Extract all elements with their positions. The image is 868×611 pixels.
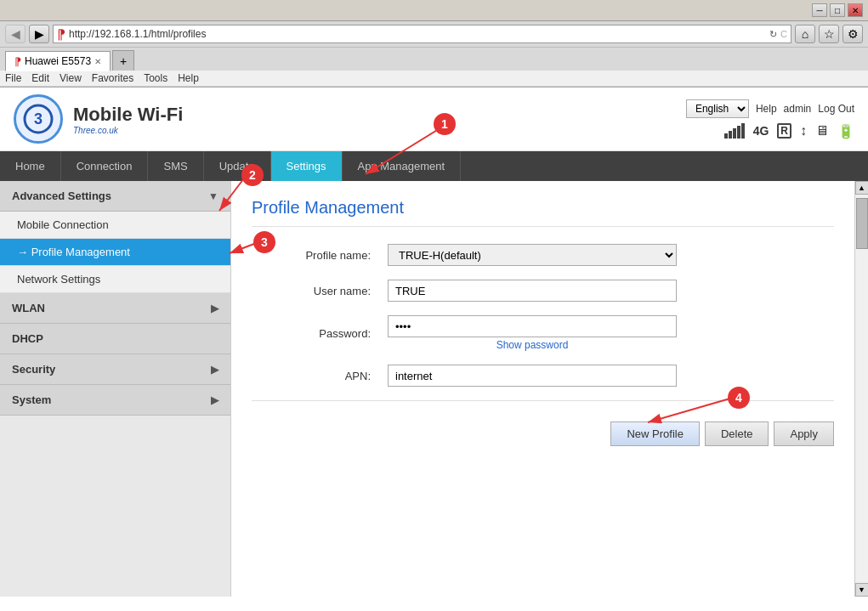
delete-button[interactable]: Delete	[705, 421, 769, 446]
tab-close-icon[interactable]: ✕	[94, 57, 101, 66]
logo: 3	[14, 94, 63, 144]
username-row: User name:	[252, 280, 834, 302]
brand-title: Mobile Wi-Fi	[73, 104, 183, 126]
form-divider	[252, 400, 834, 401]
svg-text:3: 3	[34, 110, 43, 127]
new-tab-button[interactable]: +	[112, 50, 134, 71]
password-row: Password: Show password	[252, 315, 834, 351]
username-label: User name:	[252, 285, 388, 297]
main-content: Advanced Settings ▼ Mobile Connection Pr…	[0, 181, 868, 597]
sidebar-advanced-arrow: ▼	[208, 190, 218, 202]
close-button[interactable]: ✕	[848, 3, 863, 17]
sidebar-section-advanced: Advanced Settings ▼ Mobile Connection Pr…	[0, 181, 230, 293]
tab-favicon: ⁋	[14, 55, 21, 68]
menu-view[interactable]: View	[60, 72, 82, 84]
sidebar-section-wlan: WLAN ▶	[0, 293, 230, 324]
nav-update[interactable]: Update	[204, 151, 271, 181]
nav-connection[interactable]: Connection	[61, 151, 149, 181]
sidebar-dhcp[interactable]: DHCP	[0, 324, 230, 354]
btn-row: New Profile Delete Apply	[252, 415, 834, 453]
menu-favorites[interactable]: Favorites	[92, 72, 133, 84]
apply-button[interactable]: Apply	[774, 421, 834, 446]
minimize-button[interactable]: ─	[812, 3, 827, 17]
address-bar[interactable]: ⁋ http://192.168.1.1/html/profiles ↻ C	[53, 25, 791, 43]
scrollbar[interactable]: ▲ ▼	[854, 181, 868, 597]
username-control	[388, 280, 677, 302]
monitor-icon: 🖥	[815, 123, 829, 139]
show-password-link[interactable]: Show password	[388, 339, 677, 351]
apn-input[interactable]	[388, 365, 677, 387]
forward-button[interactable]: ▶	[29, 25, 49, 43]
sidebar-security[interactable]: Security ▶	[0, 354, 230, 385]
password-input[interactable]	[388, 315, 677, 337]
password-label: Password:	[252, 327, 388, 340]
sidebar-system-label: System	[12, 393, 51, 406]
battery-icon: 🔋	[837, 123, 854, 139]
refresh-icon[interactable]: ↻	[769, 29, 777, 40]
page-title: Profile Management	[252, 198, 834, 227]
sidebar-advanced-settings[interactable]: Advanced Settings ▼	[0, 181, 230, 212]
profile-name-select[interactable]: TRUE-H(default)	[388, 244, 677, 266]
maximize-button[interactable]: □	[830, 3, 845, 17]
home-browser-button[interactable]: ⌂	[795, 25, 815, 43]
sidebar-system[interactable]: System ▶	[0, 385, 230, 416]
username-input[interactable]	[388, 280, 677, 302]
sidebar-system-arrow: ▶	[211, 394, 218, 406]
sidebar-section-security: Security ▶	[0, 354, 230, 385]
sidebar-security-arrow: ▶	[211, 364, 218, 376]
menubar: File Edit View Favorites Tools Help	[0, 71, 868, 87]
nav-home[interactable]: Home	[0, 151, 61, 181]
profile-name-label: Profile name:	[252, 249, 388, 262]
sidebar: Advanced Settings ▼ Mobile Connection Pr…	[0, 181, 231, 597]
help-link[interactable]: Help	[756, 103, 777, 115]
sidebar-security-label: Security	[12, 363, 55, 376]
tab-label: Huawei E5573	[25, 55, 91, 67]
page-header: 3 Mobile Wi-Fi Three.co.uk English Help …	[0, 88, 868, 151]
content-area: Profile Management Profile name: TRUE-H(…	[231, 181, 854, 597]
sidebar-wlan-label: WLAN	[12, 302, 45, 314]
sidebar-section-system: System ▶	[0, 385, 230, 416]
back-button[interactable]: ◀	[5, 25, 26, 43]
signal-strength-icon	[724, 123, 745, 139]
sidebar-item-mobile-connection[interactable]: Mobile Connection	[0, 212, 230, 239]
sidebar-item-profile-management[interactable]: Profile Management	[0, 239, 230, 266]
nav-bar: Home Connection SMS Update Settings App …	[0, 151, 868, 181]
menu-help[interactable]: Help	[178, 72, 199, 84]
sidebar-section-dhcp: DHCP	[0, 324, 230, 354]
admin-link[interactable]: admin	[784, 103, 812, 115]
menu-tools[interactable]: Tools	[144, 72, 167, 84]
apn-row: APN:	[252, 365, 834, 387]
data-transfer-icon: ↕	[800, 123, 807, 139]
sidebar-wlan[interactable]: WLAN ▶	[0, 293, 230, 324]
sidebar-item-network-settings[interactable]: Network Settings	[0, 266, 230, 293]
scroll-thumb[interactable]	[856, 198, 868, 249]
menu-file[interactable]: File	[5, 72, 21, 84]
menu-edit[interactable]: Edit	[31, 72, 49, 84]
scroll-down-arrow[interactable]: ▼	[855, 583, 869, 597]
profile-name-control: TRUE-H(default)	[388, 244, 677, 266]
sidebar-advanced-label: Advanced Settings	[12, 190, 111, 202]
nav-settings[interactable]: Settings	[271, 151, 343, 181]
url-text: http://192.168.1.1/html/profiles	[69, 28, 766, 40]
network-type-badge: 4G	[753, 124, 769, 138]
language-select[interactable]: English	[686, 99, 749, 118]
apn-control	[388, 365, 677, 387]
logout-link[interactable]: Log Out	[818, 103, 854, 115]
nav-app-management[interactable]: App Management	[343, 151, 462, 181]
nav-sms[interactable]: SMS	[148, 151, 203, 181]
active-tab[interactable]: ⁋ Huawei E5573 ✕	[5, 51, 111, 71]
sidebar-wlan-arrow: ▶	[211, 303, 218, 314]
profile-name-row: Profile name: TRUE-H(default)	[252, 244, 834, 266]
password-control: Show password	[388, 315, 677, 351]
status-icons: 4G R ↕ 🖥 🔋	[724, 123, 854, 139]
apn-label: APN:	[252, 370, 388, 382]
sidebar-dhcp-label: DHCP	[12, 332, 43, 345]
ssl-icon: C	[780, 29, 787, 39]
scroll-up-arrow[interactable]: ▲	[855, 181, 869, 195]
new-profile-button[interactable]: New Profile	[610, 421, 699, 446]
settings-browser-button[interactable]: ⚙	[842, 25, 863, 43]
brand-sub: Three.co.uk	[73, 126, 183, 135]
star-button[interactable]: ☆	[819, 25, 839, 43]
roaming-icon: R	[777, 123, 791, 139]
